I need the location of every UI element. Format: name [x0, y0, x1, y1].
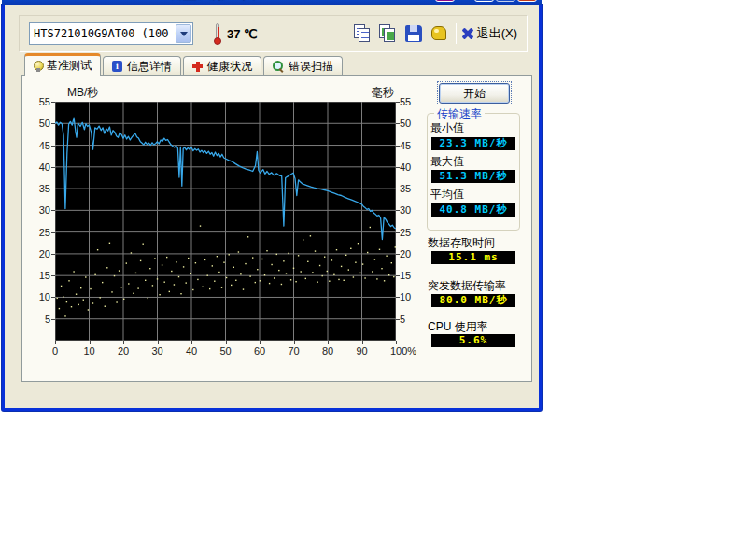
burst-rate-value: 80.0 MB/秒: [431, 294, 515, 307]
tab-info[interactable]: i 信息详情: [103, 56, 181, 76]
health-icon: [192, 62, 203, 72]
y-axis-label-left: 25: [28, 226, 50, 239]
y-tick-right: [396, 167, 400, 168]
y-axis-label-left: 50: [28, 117, 50, 130]
desktop: HD Tune 2.52 - 硬盘实用工具 HTS721010G9AT00 (1…: [0, 0, 747, 560]
x-tick: [158, 341, 159, 344]
y-axis-label-right: 25: [400, 226, 422, 239]
x-axis-label: 30: [151, 345, 162, 357]
x-axis-label: 80: [322, 345, 333, 357]
y-axis-label-right: 30: [400, 203, 422, 217]
copy-image-button[interactable]: [378, 23, 399, 44]
y-axis-label-right: 5: [400, 313, 422, 326]
y-axis-label-right: 15: [400, 269, 422, 282]
y-tick-left: [51, 297, 55, 298]
y-axis-label-right: 50: [400, 117, 422, 130]
avg-value: 40.8 MB/秒: [431, 203, 515, 217]
y-tick-right: [396, 102, 400, 103]
access-time-value: 15.1 ms: [431, 251, 515, 264]
options-icon: [431, 26, 446, 40]
y-tick-left: [51, 232, 55, 233]
drive-select[interactable]: HTS721010G9AT00 (100 GB): [29, 22, 193, 45]
x-axis-label: 0: [52, 345, 58, 357]
y-axis-label-left: 40: [28, 161, 50, 174]
y-axis-label-left: 35: [28, 182, 50, 195]
x-axis-label: 70: [288, 345, 299, 357]
y-tick-left: [51, 102, 55, 103]
y-axis-label-left: 15: [28, 269, 50, 282]
x-tick: [362, 341, 363, 344]
y-tick-left: [51, 146, 55, 147]
maximize-button[interactable]: [496, 0, 515, 2]
x-tick: [260, 341, 261, 344]
thermometer-icon: [214, 22, 222, 45]
drive-select-dropdown-button[interactable]: [176, 24, 191, 43]
y-axis-label-left: 45: [28, 139, 50, 152]
benchmark-plot-svg: [55, 102, 396, 341]
cpu-usage-label: CPU 使用率: [428, 319, 488, 335]
x-tick: [123, 341, 124, 344]
y-tick-right: [396, 146, 400, 147]
exit-icon: [462, 28, 473, 39]
max-value: 51.3 MB/秒: [431, 170, 515, 183]
y-tick-left: [51, 319, 55, 320]
y-tick-right: [396, 232, 400, 233]
y-tick-right: [396, 189, 400, 189]
avg-label: 平均值: [430, 187, 464, 203]
y-axis-label-left: 20: [28, 247, 50, 260]
drive-select-value: HTS721010G9AT00 (100 GB): [30, 27, 176, 40]
window-title: HD Tune 2.52 - 硬盘实用工具: [26, 0, 433, 2]
toolbar-separator: [456, 23, 457, 44]
max-label: 最大值: [430, 154, 464, 170]
cpu-usage-value: 5.6%: [431, 334, 515, 347]
save-icon: [405, 25, 422, 42]
save-button[interactable]: [403, 23, 424, 44]
x-axis-label: 40: [186, 345, 197, 357]
y-tick-left: [51, 189, 55, 189]
x-tick: [90, 341, 91, 344]
copy-text-button[interactable]: [353, 23, 374, 44]
error-scan-icon: [273, 61, 284, 72]
tab-error-scan[interactable]: 错误扫描: [263, 56, 343, 76]
start-button-focus-rect: 开始: [437, 81, 512, 105]
titlebar[interactable]: HD Tune 2.52 - 硬盘实用工具: [2, 0, 542, 5]
x-tick: [328, 341, 329, 344]
x-tick: [396, 341, 397, 344]
x-tick: [226, 341, 227, 344]
minimize-button[interactable]: [474, 0, 494, 2]
y-tick-left: [51, 123, 55, 124]
y-tick-left: [51, 210, 55, 211]
tab-benchmark[interactable]: 基准测试: [24, 53, 101, 76]
x-axis-label: 90: [356, 345, 367, 357]
temperature-value: 37 ℃: [227, 27, 258, 41]
y-axis-label-right: 20: [400, 247, 422, 260]
y-tick-right: [396, 297, 400, 298]
min-label: 最小值: [430, 120, 464, 136]
min-value: 23.3 MB/秒: [431, 137, 515, 150]
exit-button[interactable]: 退出(X): [462, 25, 517, 42]
benchmark-chart: [55, 102, 396, 341]
y-axis-label-left: 10: [28, 290, 50, 303]
start-button[interactable]: 开始: [439, 83, 510, 104]
y-axis-label-left: 55: [28, 95, 50, 108]
close-button[interactable]: [517, 0, 537, 2]
app-icon: [7, 0, 22, 1]
y-tick-left: [51, 167, 55, 168]
y-axis-label-left: 5: [28, 313, 50, 326]
x-tick: [294, 341, 295, 344]
y-axis-label-right: 40: [400, 161, 422, 174]
y-tick-left: [51, 275, 55, 276]
x-tick: [55, 341, 56, 344]
x-axis-label: 60: [254, 345, 265, 357]
right-axis-title: 毫秒: [372, 85, 394, 101]
x-axis-label: 100%: [390, 345, 416, 357]
y-tick-right: [396, 275, 400, 276]
options-button[interactable]: [429, 23, 449, 44]
y-tick-right: [396, 210, 400, 211]
tab-health[interactable]: 健康状况: [183, 56, 261, 76]
x-axis-label: 50: [219, 345, 231, 357]
toolbar: HTS721010G9AT00 (100 GB) 37 ℃: [19, 15, 528, 52]
x-tick: [191, 341, 192, 344]
download-update-button[interactable]: [435, 0, 455, 2]
y-tick-left: [51, 254, 55, 255]
